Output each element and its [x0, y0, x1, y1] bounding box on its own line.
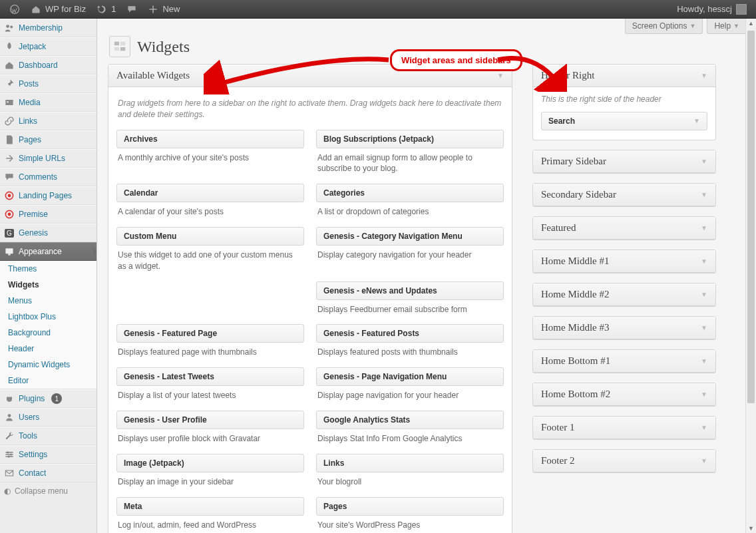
widget-title[interactable]: Links	[316, 454, 504, 472]
sidebar-item-label: Premise	[19, 210, 48, 219]
url-icon	[4, 153, 15, 164]
pin-icon	[4, 79, 15, 89]
comments[interactable]	[121, 0, 142, 19]
widget-title[interactable]: Genesis - Page Navigation Menu	[316, 367, 504, 386]
svg-rect-21	[114, 47, 119, 51]
wp-logo[interactable]	[4, 0, 25, 19]
widget-title[interactable]: Archives	[116, 130, 304, 148]
my-account[interactable]: Howdy, hesscj	[671, 0, 752, 19]
submenu-item-dynamic-widgets[interactable]: Dynamic Widgets	[0, 357, 96, 373]
sidebar-item-comments[interactable]: Comments	[0, 168, 96, 186]
widget-zone: Home Bottom #2▼	[532, 383, 716, 407]
collapse-label: Collapse menu	[15, 486, 68, 496]
screen-options-tab[interactable]: Screen Options ▼	[625, 19, 703, 34]
widget-title[interactable]: Pages	[316, 497, 504, 516]
sidebar-menu: MembershipJetpackDashboardPostsMediaLink…	[0, 19, 96, 482]
target-icon	[4, 209, 15, 220]
scroll-thumb[interactable]	[747, 31, 755, 403]
sidebar-item-settings[interactable]: Settings	[0, 445, 96, 464]
chevron-down-icon: ▼	[701, 191, 707, 198]
sidebar-item-membership[interactable]: Membership	[0, 19, 96, 37]
scrollbar-vertical[interactable]: ▲ ▼	[745, 19, 756, 533]
zone-header[interactable]: Secondary Sidebar▼	[533, 184, 715, 206]
widget-title[interactable]: Genesis - Latest Tweets	[116, 367, 304, 386]
submenu-item-header[interactable]: Header	[0, 341, 96, 357]
available-widget: Genesis - Latest TweetsDisplay a list of…	[116, 367, 304, 401]
zone-header[interactable]: Featured▼	[533, 217, 715, 240]
collapse-icon: ◐	[4, 486, 11, 496]
sidebar-item-links[interactable]: Links	[0, 112, 96, 130]
zone-header[interactable]: Home Bottom #1▼	[533, 350, 715, 373]
widget-title[interactable]: Calendar	[116, 184, 304, 202]
chevron-down-icon: ▼	[733, 23, 739, 29]
widget-zone: Footer 1▼	[532, 416, 716, 440]
sidebar-item-media[interactable]: Media	[0, 93, 96, 112]
widget-description: Displays featured posts with thumbnails	[316, 343, 504, 358]
sidebar-item-tools[interactable]: Tools	[0, 427, 96, 445]
available-widget: CategoriesA list or dropdown of categori…	[316, 184, 504, 218]
widget-title[interactable]: Genesis - Featured Page	[116, 324, 304, 343]
sidebar-item-users[interactable]: Users	[0, 408, 96, 427]
sidebar-item-label: Posts	[19, 79, 39, 89]
appearance-icon	[4, 246, 15, 257]
widget-title[interactable]: Genesis - Category Navigation Menu	[316, 227, 504, 246]
sidebar-item-appearance[interactable]: Appearance	[0, 242, 96, 261]
submenu-item-background[interactable]: Background	[0, 325, 96, 341]
zone-header[interactable]: Home Middle #2▼	[533, 283, 715, 306]
tools-icon	[4, 431, 15, 441]
widget-title[interactable]: Custom Menu	[116, 227, 304, 246]
sidebar-item-contact[interactable]: Contact	[0, 464, 96, 482]
submenu-item-lightbox-plus[interactable]: Lightbox Plus	[0, 309, 96, 325]
new-content[interactable]: New	[142, 0, 185, 19]
available-widget: Genesis - User ProfileDisplays user prof…	[116, 411, 304, 444]
widget-title[interactable]: Meta	[116, 497, 304, 516]
widget-description: Displays user profile block with Gravata…	[116, 429, 304, 444]
placed-widget-search[interactable]: Search ▼	[541, 112, 707, 130]
widget-title[interactable]: Blog Subscriptions (Jetpack)	[316, 130, 504, 148]
submenu-item-menus[interactable]: Menus	[0, 293, 96, 309]
svg-point-1	[6, 25, 9, 28]
zone-header[interactable]: Home Middle #1▼	[533, 250, 715, 273]
sidebar-item-label: Contact	[19, 468, 46, 478]
zone-header[interactable]: Footer 2▼	[533, 450, 715, 472]
chevron-down-icon: ▼	[701, 391, 707, 398]
widget-title[interactable]: Image (Jetpack)	[116, 454, 304, 472]
sidebar-item-label: Comments	[19, 172, 57, 182]
widget-title[interactable]: Categories	[316, 184, 504, 202]
zone-header[interactable]: Footer 1▼	[533, 417, 715, 439]
sidebar-item-jetpack[interactable]: Jetpack	[0, 37, 96, 56]
sidebar-item-premise[interactable]: Premise	[0, 205, 96, 224]
zone-header[interactable]: Primary Sidebar▼	[533, 150, 715, 173]
sidebar-item-posts[interactable]: Posts	[0, 75, 96, 93]
zone-header[interactable]: Home Bottom #2▼	[533, 383, 715, 406]
widget-description: Displays Feedburner email subscribe form	[316, 300, 504, 315]
available-widget: MetaLog in/out, admin, feed and WordPres…	[116, 497, 304, 531]
sidebar-item-pages[interactable]: Pages	[0, 130, 96, 149]
submenu-item-themes[interactable]: Themes	[0, 261, 96, 277]
badge: 1	[51, 393, 62, 404]
widget-title[interactable]: Genesis - User Profile	[116, 411, 304, 429]
sidebar-item-label: Media	[19, 98, 41, 107]
widget-title[interactable]: Genesis - Featured Posts	[316, 324, 504, 343]
collapse-menu[interactable]: ◐ Collapse menu	[0, 482, 96, 500]
sidebar-item-simple-urls[interactable]: Simple URLs	[0, 149, 96, 168]
widget-title[interactable]: Genesis - eNews and Updates	[316, 281, 504, 300]
widget-zone: Home Middle #3▼	[532, 316, 716, 340]
sidebar-item-dashboard[interactable]: Dashboard	[0, 56, 96, 75]
zone-header-right: Header Right ▼ This is the right side of…	[532, 64, 716, 140]
help-tab[interactable]: Help ▼	[707, 19, 747, 34]
chevron-down-icon: ▼	[701, 72, 707, 79]
sidebar-item-plugins[interactable]: Plugins1	[0, 389, 96, 408]
sidebar-item-genesis[interactable]: GGenesis	[0, 224, 96, 242]
comment-icon	[4, 172, 15, 182]
widget-title[interactable]: Google Analytics Stats	[316, 411, 504, 429]
updates[interactable]: 1	[91, 0, 121, 19]
zone-header-right-header[interactable]: Header Right ▼	[533, 65, 715, 87]
zone-header[interactable]: Home Middle #3▼	[533, 317, 715, 339]
svg-rect-18	[5, 470, 13, 476]
submenu-item-widgets[interactable]: Widgets	[0, 277, 96, 293]
svg-point-6	[8, 194, 11, 198]
submenu-item-editor[interactable]: Editor	[0, 373, 96, 389]
site-name[interactable]: WP for Biz	[25, 0, 91, 19]
sidebar-item-landing-pages[interactable]: Landing Pages	[0, 186, 96, 205]
